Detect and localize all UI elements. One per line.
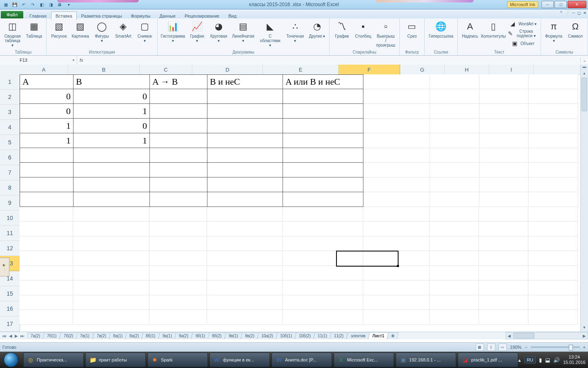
spark-winloss-button[interactable]: ▫Выигрыш / проигрыш xyxy=(374,19,397,48)
ribbon-tab-6[interactable]: Вид xyxy=(224,11,241,20)
cell[interactable] xyxy=(207,310,283,325)
sheet-tab[interactable]: 8а(2) xyxy=(125,332,143,339)
pie-chart-button[interactable]: ◕Круговая ▾ xyxy=(209,19,229,44)
sheet-tab[interactable]: 9б(2) xyxy=(207,332,226,339)
cell[interactable] xyxy=(430,133,479,148)
column-header[interactable]: I xyxy=(489,65,534,74)
cell[interactable] xyxy=(149,251,207,266)
cell[interactable] xyxy=(363,207,430,222)
cell[interactable] xyxy=(363,266,430,280)
clipart-button[interactable]: ▨Картинка xyxy=(70,19,90,39)
zoom-out-icon[interactable]: − xyxy=(525,345,527,350)
object-button[interactable]: ▣Объект xyxy=(507,39,538,48)
cell[interactable] xyxy=(529,89,578,104)
vertical-scrollbar[interactable]: ▬ ▲ ▼ xyxy=(580,65,588,332)
sheet-tab[interactable]: электив xyxy=(346,332,370,339)
cell[interactable] xyxy=(150,133,207,148)
sheet-first-icon[interactable]: ⏮ xyxy=(2,334,7,338)
cell[interactable] xyxy=(479,236,528,251)
row-header[interactable]: 8 xyxy=(0,180,20,195)
cell[interactable] xyxy=(479,295,528,310)
cell[interactable] xyxy=(20,295,73,310)
cell[interactable] xyxy=(207,280,283,295)
cell[interactable] xyxy=(150,163,207,177)
cell[interactable] xyxy=(479,266,528,280)
cell[interactable] xyxy=(528,295,578,310)
cell[interactable] xyxy=(283,236,363,251)
row-header[interactable]: 16 xyxy=(0,301,20,316)
cell[interactable] xyxy=(479,104,529,119)
cell[interactable]: B xyxy=(74,74,150,89)
horizontal-scrollbar[interactable]: ◀ ▶ xyxy=(506,332,588,339)
row-header[interactable]: 4 xyxy=(0,120,20,135)
cell[interactable] xyxy=(529,192,578,207)
ms-ink-badge[interactable]: Microsoft Ink xyxy=(507,1,538,8)
cell[interactable] xyxy=(207,222,283,236)
cell[interactable] xyxy=(207,119,283,133)
cell[interactable] xyxy=(363,119,430,133)
hyperlink-button[interactable]: 🌐Гиперссылка xyxy=(427,19,455,39)
sig-line-button[interactable]: ✎Строка подписи ▾ xyxy=(507,29,538,38)
sheet-next-icon[interactable]: ▶ xyxy=(14,334,19,338)
cell[interactable] xyxy=(283,148,363,163)
spark-line-button[interactable]: 〽График xyxy=(332,19,352,39)
cell[interactable] xyxy=(149,310,207,325)
sheet-tab[interactable]: 7б(2) xyxy=(59,332,78,339)
cell[interactable] xyxy=(430,177,479,192)
cell[interactable] xyxy=(283,295,363,310)
ribbon-minimize-icon[interactable]: ^ xyxy=(560,11,562,15)
row-header[interactable]: 17 xyxy=(0,316,20,332)
vscroll-thumb[interactable] xyxy=(581,78,587,111)
ribbon-tab-5[interactable]: Рецензирование xyxy=(180,11,224,20)
qat-1-icon[interactable]: ◧ xyxy=(38,1,45,8)
cell[interactable]: 0 xyxy=(20,89,74,104)
cell[interactable] xyxy=(283,222,363,236)
cell[interactable] xyxy=(528,280,578,295)
close-button[interactable]: ✕ xyxy=(568,1,586,8)
doc-restore-icon[interactable]: ◻ xyxy=(577,11,581,15)
cell[interactable] xyxy=(207,236,283,251)
cell[interactable] xyxy=(20,236,73,251)
cell[interactable] xyxy=(529,148,578,163)
cell[interactable] xyxy=(74,192,150,207)
taskbar-item-word1[interactable]: Wфункции в ек... xyxy=(209,352,270,367)
language-indicator[interactable]: RU xyxy=(524,356,536,364)
taskbar-item-chrome[interactable]: ◎Практическа... xyxy=(23,352,84,367)
new-sheet-button[interactable]: ✻ xyxy=(387,332,399,339)
cell[interactable] xyxy=(149,236,207,251)
cell[interactable] xyxy=(283,266,363,280)
area-chart-button[interactable]: ◣С областями ▾ xyxy=(257,19,283,48)
cell[interactable] xyxy=(20,177,74,192)
line-chart-button[interactable]: 📈График ▾ xyxy=(187,19,207,44)
cell[interactable] xyxy=(479,280,528,295)
cell[interactable] xyxy=(479,148,529,163)
tray-network-icon[interactable]: ⬓ xyxy=(545,357,550,363)
cell[interactable] xyxy=(529,177,578,192)
cell[interactable] xyxy=(149,207,207,222)
cell[interactable] xyxy=(150,192,207,207)
smartart-button[interactable]: ◈SmartArt xyxy=(114,19,133,39)
cell[interactable] xyxy=(73,251,149,266)
sheet-tab[interactable]: 10б(1) xyxy=(276,332,296,339)
maximize-button[interactable]: ◻ xyxy=(555,1,567,8)
cell[interactable] xyxy=(73,295,149,310)
taskbar-item-excel[interactable]: XMicrosoft Exc... xyxy=(334,352,394,367)
cell[interactable] xyxy=(149,280,207,295)
cell[interactable] xyxy=(73,222,149,236)
zoom-slider[interactable] xyxy=(531,346,580,348)
save-icon[interactable]: 💾 xyxy=(11,1,18,8)
cell[interactable] xyxy=(529,163,578,177)
row-header[interactable]: 5 xyxy=(0,135,20,150)
cell[interactable] xyxy=(363,74,430,89)
cell[interactable] xyxy=(479,192,529,207)
cell[interactable] xyxy=(528,310,578,325)
row-header[interactable]: 7 xyxy=(0,165,20,180)
ribbon-tab-3[interactable]: Формулы xyxy=(127,11,155,20)
row-header[interactable]: 6 xyxy=(0,150,20,165)
sheet-tab[interactable]: 7в(2) xyxy=(92,332,111,339)
cell[interactable] xyxy=(363,89,430,104)
tray-up-icon[interactable]: ▴ xyxy=(518,357,521,363)
column-header[interactable]: F xyxy=(339,65,400,74)
cell[interactable]: A → B xyxy=(150,74,207,89)
row-header[interactable]: 1 xyxy=(0,74,20,90)
